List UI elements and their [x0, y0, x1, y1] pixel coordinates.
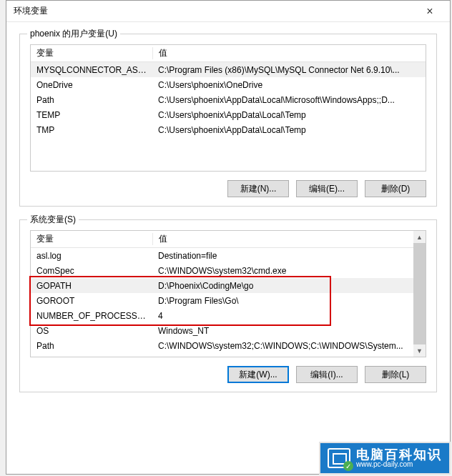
- new-button[interactable]: 新建(W)...: [227, 366, 289, 383]
- cell-var: MYSQLCONNECTOR_ASS...: [31, 65, 152, 75]
- header-variable: 变量: [31, 233, 152, 245]
- sys-vars-body: asl.log Destination=file ComSpec C:\WIND…: [31, 248, 413, 353]
- table-row[interactable]: TMP C:\Users\phoenix\AppData\Local\Temp: [31, 122, 426, 137]
- cell-var: GOPATH: [31, 281, 152, 291]
- table-row[interactable]: GOPATH D:\Phoenix\CodingMe\go: [31, 278, 413, 293]
- scroll-thumb[interactable]: [413, 243, 426, 344]
- delete-button[interactable]: 删除(L): [365, 366, 426, 383]
- cell-val: C:\Users\phoenix\OneDrive: [152, 80, 426, 90]
- sys-vars-inner: 变量 值 asl.log Destination=file ComSpec C:…: [31, 231, 413, 357]
- cell-val: D:\Program Files\Go\: [152, 296, 413, 306]
- cell-var: TMP: [31, 125, 152, 135]
- cell-var: Path: [31, 341, 152, 351]
- user-vars-table: 变量 值 MYSQLCONNECTOR_ASS... C:\Program Fi…: [30, 44, 426, 172]
- cell-var: asl.log: [31, 251, 152, 261]
- dialog-body: phoenix 的用户变量(U) 变量 值 MYSQLCONNECTOR_ASS…: [6, 22, 450, 404]
- cell-var: TEMP: [31, 110, 152, 120]
- cell-val: C:\WINDOWS\system32;C:\WINDOWS;C:\WINDOW…: [152, 341, 413, 351]
- scroll-down-icon[interactable]: ▼: [413, 344, 426, 357]
- table-row[interactable]: GOROOT D:\Program Files\Go\: [31, 293, 413, 308]
- cell-val: 4: [152, 311, 413, 321]
- cell-val: C:\Users\phoenix\AppData\Local\Temp: [152, 110, 426, 120]
- table-row[interactable]: ComSpec C:\WINDOWS\system32\cmd.exe: [31, 263, 413, 278]
- watermark-logo: 电脑百科知识 www.pc-daily.com: [319, 442, 451, 475]
- table-row[interactable]: OneDrive C:\Users\phoenix\OneDrive: [31, 77, 426, 92]
- cell-val: C:\Users\phoenix\AppData\Local\Microsoft…: [152, 95, 426, 105]
- user-vars-buttons: 新建(N)... 编辑(E)... 删除(D): [30, 180, 426, 197]
- sys-vars-table: 变量 值 asl.log Destination=file ComSpec C:…: [30, 230, 426, 357]
- user-vars-header[interactable]: 变量 值: [31, 45, 426, 62]
- cell-var: OS: [31, 326, 152, 336]
- sys-vars-buttons: 新建(W)... 编辑(I)... 删除(L): [30, 366, 426, 383]
- header-value: 值: [152, 233, 413, 245]
- vertical-scrollbar[interactable]: ▲ ▼: [413, 231, 426, 357]
- table-row[interactable]: asl.log Destination=file: [31, 248, 413, 263]
- cell-var: ComSpec: [31, 266, 152, 276]
- new-button[interactable]: 新建(N)...: [227, 180, 289, 197]
- background-strip: [0, 0, 6, 476]
- header-variable: 变量: [31, 47, 152, 59]
- delete-button[interactable]: 删除(D): [365, 180, 426, 197]
- sys-vars-group: 系统变量(S) 变量 值 asl.log Destination=file Co…: [19, 219, 437, 392]
- header-value: 值: [152, 47, 426, 59]
- cell-val: Destination=file: [152, 251, 413, 261]
- cell-val: Windows_NT: [152, 326, 413, 336]
- sys-vars-title: 系统变量(S): [27, 214, 79, 226]
- window-title: 环境变量: [14, 5, 48, 17]
- cell-val: C:\Program Files (x86)\MySQL\MySQL Conne…: [152, 65, 426, 75]
- cell-val: D:\Phoenix\CodingMe\go: [152, 281, 413, 291]
- monitor-icon: [328, 448, 350, 468]
- table-row[interactable]: NUMBER_OF_PROCESSORS 4: [31, 308, 413, 323]
- close-icon[interactable]: ×: [416, 2, 444, 21]
- cell-var: Path: [31, 95, 152, 105]
- watermark-sub: www.pc-daily.com: [356, 461, 442, 468]
- edit-button[interactable]: 编辑(E)...: [296, 180, 358, 197]
- table-row[interactable]: TEMP C:\Users\phoenix\AppData\Local\Temp: [31, 107, 426, 122]
- sys-vars-header[interactable]: 变量 值: [31, 231, 413, 248]
- user-vars-title: phoenix 的用户变量(U): [27, 28, 120, 40]
- cell-var: OneDrive: [31, 80, 152, 90]
- titlebar: 环境变量 ×: [6, 1, 450, 22]
- cell-val: C:\WINDOWS\system32\cmd.exe: [152, 266, 413, 276]
- env-var-dialog: 环境变量 × phoenix 的用户变量(U) 变量 值 MYSQLCONNEC…: [6, 0, 451, 475]
- table-row[interactable]: OS Windows_NT: [31, 323, 413, 338]
- table-row[interactable]: Path C:\WINDOWS\system32;C:\WINDOWS;C:\W…: [31, 338, 413, 353]
- table-row[interactable]: MYSQLCONNECTOR_ASS... C:\Program Files (…: [31, 62, 426, 77]
- watermark-main: 电脑百科知识: [356, 448, 442, 461]
- cell-val: C:\Users\phoenix\AppData\Local\Temp: [152, 125, 426, 135]
- scroll-up-icon[interactable]: ▲: [413, 231, 426, 243]
- user-vars-group: phoenix 的用户变量(U) 变量 值 MYSQLCONNECTOR_ASS…: [19, 34, 437, 207]
- user-vars-body: MYSQLCONNECTOR_ASS... C:\Program Files (…: [31, 62, 426, 137]
- table-row[interactable]: Path C:\Users\phoenix\AppData\Local\Micr…: [31, 92, 426, 107]
- cell-var: GOROOT: [31, 296, 152, 306]
- edit-button[interactable]: 编辑(I)...: [296, 366, 358, 383]
- cell-var: NUMBER_OF_PROCESSORS: [31, 311, 152, 321]
